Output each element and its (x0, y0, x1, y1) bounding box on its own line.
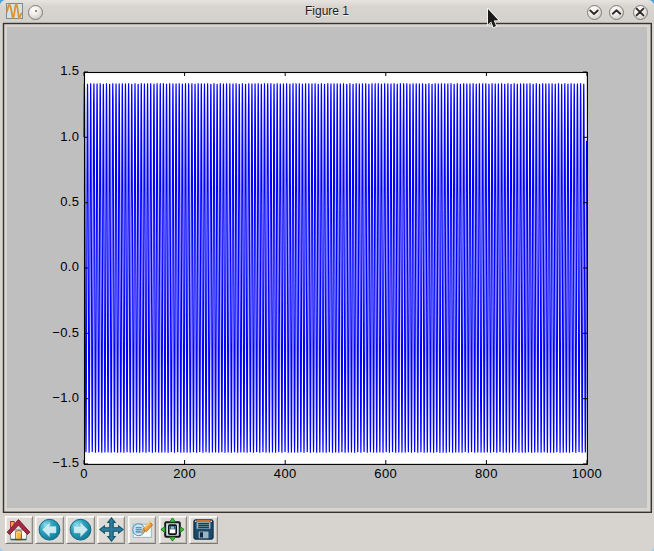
svg-text:400: 400 (274, 466, 297, 481)
svg-text:1.0: 1.0 (60, 129, 79, 144)
svg-text:0: 0 (80, 466, 88, 481)
svg-text:600: 600 (374, 466, 397, 481)
svg-text:−1.5: −1.5 (52, 455, 79, 470)
svg-text:−0.5: −0.5 (52, 325, 79, 340)
svg-text:1.5: 1.5 (60, 63, 79, 78)
svg-text:1000: 1000 (572, 466, 603, 481)
svg-text:0.5: 0.5 (60, 194, 79, 209)
svg-text:200: 200 (173, 466, 196, 481)
svg-text:0.0: 0.0 (60, 259, 79, 274)
svg-text:−1.0: −1.0 (52, 390, 79, 405)
svg-text:800: 800 (475, 466, 498, 481)
